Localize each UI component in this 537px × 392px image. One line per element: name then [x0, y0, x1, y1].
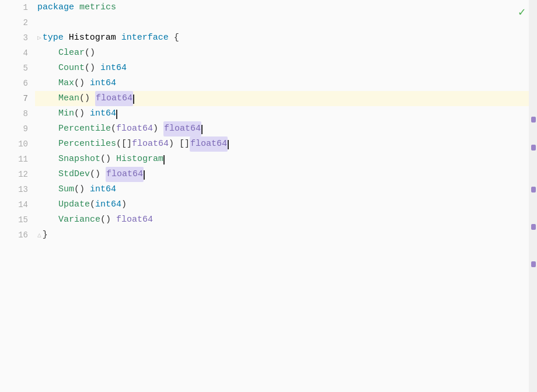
text-cursor — [163, 155, 165, 164]
scrollbar-marker-2 — [531, 187, 536, 192]
token: () — [85, 46, 95, 61]
token: float64 — [132, 136, 169, 152]
token — [37, 152, 58, 167]
token: Histogram — [64, 30, 121, 46]
text-cursor — [228, 140, 229, 149]
token: Histogram — [116, 152, 163, 167]
token — [37, 46, 58, 61]
token: interface — [121, 30, 169, 46]
code-line-16: △} — [35, 228, 529, 243]
line-number-7: 7 — [23, 91, 28, 106]
token — [37, 106, 58, 121]
token: float64 — [106, 167, 144, 182]
line-number-9: 9 — [23, 121, 28, 136]
line-number-3: 3 — [23, 30, 28, 46]
token: () — [100, 212, 116, 228]
token: ) [] — [169, 136, 190, 152]
code-line-10: Percentiles([]float64) []float64 — [35, 136, 529, 152]
line-number-8: 8 — [23, 106, 28, 121]
token: Percentiles — [58, 136, 116, 152]
token: float64 — [163, 121, 201, 136]
token — [37, 76, 58, 91]
token — [37, 212, 58, 228]
token: int64 — [90, 106, 116, 121]
token: { — [169, 30, 179, 46]
text-cursor — [201, 125, 203, 134]
token: int64 — [90, 76, 116, 91]
line-number-12: 12 — [18, 167, 28, 182]
token: ([] — [116, 136, 132, 152]
token — [37, 61, 58, 76]
line-number-11: 11 — [18, 152, 28, 167]
token: float64 — [116, 121, 153, 136]
line-number-5: 5 — [23, 61, 28, 76]
text-cursor — [144, 170, 145, 180]
scrollbar-marker-4 — [531, 261, 536, 267]
code-line-3: ▷type Histogram interface { — [35, 30, 529, 46]
token: float64 — [95, 91, 133, 106]
token: ) — [121, 197, 127, 212]
fold-close-icon[interactable]: △ — [37, 228, 41, 243]
code-line-6: Max() int64 — [35, 76, 529, 91]
code-line-14: Update(int64) — [35, 197, 529, 212]
token: ( — [90, 197, 95, 212]
token: Snapshot — [58, 152, 100, 167]
code-line-1: package metrics — [35, 0, 529, 15]
token: Percentile — [58, 121, 111, 136]
token: Mean — [58, 91, 79, 106]
code-line-5: Count() int64 — [35, 61, 529, 76]
token: Variance — [58, 212, 100, 228]
token: package — [37, 0, 74, 15]
token — [74, 0, 79, 15]
token: float64 — [116, 212, 153, 228]
token: StdDev — [58, 167, 90, 182]
token: float64 — [190, 136, 228, 152]
token: } — [43, 228, 48, 243]
token: Max — [58, 76, 74, 91]
code-line-9: Percentile(float64) float64 — [35, 121, 529, 136]
code-area[interactable]: package metrics▷type Histogram interface… — [35, 0, 529, 392]
token: () — [79, 91, 95, 106]
token: Sum — [58, 182, 74, 197]
token: () — [74, 76, 90, 91]
token: () — [74, 182, 90, 197]
scrollbar[interactable] — [529, 0, 537, 392]
code-line-13: Sum() int64 — [35, 182, 529, 197]
token: () — [74, 106, 90, 121]
code-line-15: Variance() float64 — [35, 212, 529, 228]
line-number-13: 13 — [18, 182, 28, 197]
scrollbar-marker-3 — [531, 224, 536, 230]
token — [37, 136, 58, 152]
line-number-10: 10 — [18, 136, 28, 152]
token — [37, 167, 58, 182]
token — [37, 121, 58, 136]
line-number-14: 14 — [18, 197, 28, 212]
token: type — [43, 30, 64, 46]
code-line-7: Mean() float64 — [35, 91, 529, 106]
token: int64 — [90, 182, 116, 197]
line-numbers: 12345678910111213141516 — [0, 0, 35, 392]
line-number-6: 6 — [23, 76, 28, 91]
token: Min — [58, 106, 74, 121]
scrollbar-marker-1 — [531, 145, 536, 150]
token: Update — [58, 197, 90, 212]
token: int64 — [95, 197, 121, 212]
token: Count — [58, 61, 85, 76]
line-number-1: 1 — [23, 0, 28, 15]
token: Clear — [58, 46, 85, 61]
token: metrics — [79, 0, 116, 15]
line-number-16: 16 — [18, 228, 28, 243]
token: int64 — [100, 61, 127, 76]
token — [37, 182, 58, 197]
fold-open-icon[interactable]: ▷ — [37, 30, 41, 46]
token: () — [85, 61, 100, 76]
token — [37, 197, 58, 212]
token — [37, 91, 58, 106]
code-line-8: Min() int64 — [35, 106, 529, 121]
token: () — [100, 152, 116, 167]
token: () — [90, 167, 106, 182]
code-line-4: Clear() — [35, 46, 529, 61]
code-line-11: Snapshot() Histogram — [35, 152, 529, 167]
line-number-4: 4 — [23, 46, 28, 61]
editor: ✓ 12345678910111213141516 package metric… — [0, 0, 537, 392]
